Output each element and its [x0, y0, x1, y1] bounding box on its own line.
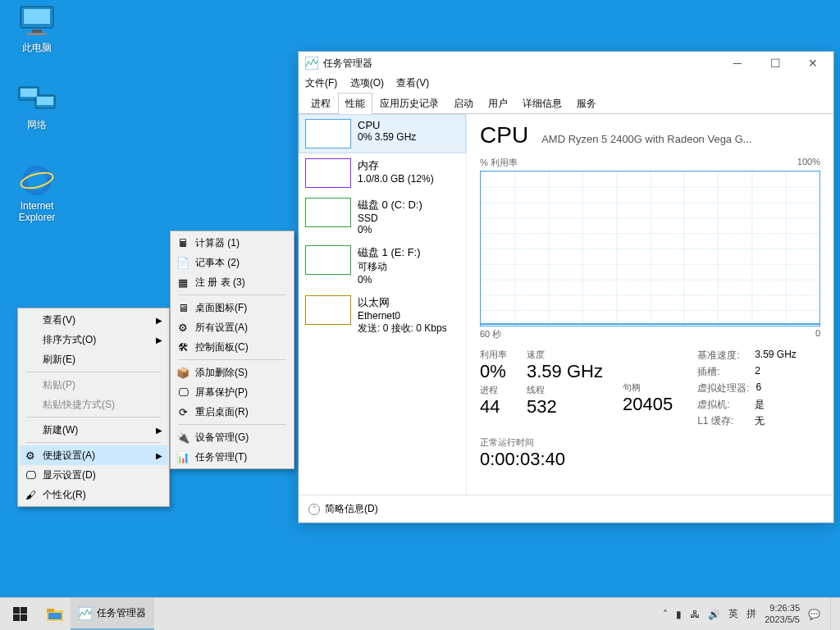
taskmgr-footer: ˄ 简略信息(D) — [299, 495, 833, 523]
desktop-icon-icon: 🖥 — [176, 300, 190, 315]
chart-ylabel: % 利用率 — [480, 157, 518, 169]
tray-volume-icon[interactable]: 🔊 — [708, 609, 720, 620]
taskbar: 任务管理器 ˄ ▮ 🖧 🔊 英 拼 9:26:35 2023/5/5 💬 — [0, 597, 840, 630]
sub-regedit[interactable]: ▦注 册 表 (3) — [172, 272, 292, 292]
menu-view[interactable]: 查看(V) — [396, 77, 429, 89]
chevron-up-icon[interactable]: ˄ — [308, 504, 320, 515]
tray-network-icon[interactable]: 🖧 — [690, 609, 700, 620]
sub-add-remove[interactable]: 📦添加删除(S) — [172, 363, 292, 382]
ime-indicator[interactable]: 英 — [728, 607, 738, 621]
svg-rect-11 — [13, 607, 20, 614]
svg-rect-7 — [37, 97, 53, 105]
menubar: 文件(F) 选项(O) 查看(V) — [299, 75, 833, 92]
chart-xright: 0 — [815, 328, 820, 340]
maximize-button[interactable]: ☐ — [756, 52, 794, 75]
minimize-button[interactable]: ─ — [719, 52, 756, 75]
stat-vcpu: 6 — [756, 381, 761, 395]
calculator-icon: 🖩 — [176, 235, 190, 250]
task-manager-window: 任务管理器 ─ ☐ ✕ 文件(F) 选项(O) 查看(V) 进程 性能 应用历史… — [298, 51, 834, 523]
start-button[interactable] — [0, 598, 39, 630]
stat-utilization: 0% — [480, 361, 507, 382]
monitor-icon: 🖵 — [23, 468, 38, 482]
ctx-quick-settings[interactable]: ⚙便捷设置(A)▶ — [20, 445, 167, 465]
device-manager-icon: 🔌 — [176, 430, 190, 445]
quick-settings-submenu: 🖩计算器 (1) 📄记事本 (2) ▦注 册 表 (3) 🖥桌面图标(F) ⚙所… — [170, 231, 294, 469]
sub-screensaver[interactable]: 🖵屏幕保护(P) — [172, 382, 292, 402]
sidebar-item-memory[interactable]: 内存1.0/8.0 GB (12%) — [299, 153, 466, 193]
desktop-context-menu: 查看(V)▶ 排序方式(O)▶ 刷新(E) 粘贴(P) 粘贴快捷方式(S) 新建… — [17, 308, 170, 507]
screensaver-icon: 🖵 — [176, 385, 190, 399]
stat-processes: 44 — [480, 396, 507, 418]
action-center-icon[interactable]: 💬 — [808, 609, 820, 620]
perf-main: CPU AMD Ryzen 5 2400G with Radeon Vega G… — [467, 114, 833, 495]
disk-thumb — [305, 198, 351, 227]
cpu-utilization-chart[interactable] — [480, 171, 820, 326]
ime-mode[interactable]: 拼 — [746, 607, 756, 621]
ethernet-thumb — [305, 295, 351, 325]
tab-startup[interactable]: 启动 — [446, 93, 481, 114]
sub-desktop-icons[interactable]: 🖥桌面图标(F) — [172, 298, 292, 317]
ctx-view[interactable]: 查看(V)▶ — [20, 310, 167, 330]
stat-base-speed: 3.59 GHz — [755, 349, 797, 363]
fewer-details-link[interactable]: 简略信息(D) — [325, 502, 378, 516]
chart-ymax: 100% — [797, 157, 820, 169]
ctx-refresh[interactable]: 刷新(E) — [20, 349, 167, 369]
window-title: 任务管理器 — [323, 57, 719, 71]
taskbar-task-manager[interactable]: 任务管理器 — [71, 598, 154, 630]
sub-control-panel[interactable]: 🛠控制面板(C) — [172, 337, 292, 357]
sidebar-item-disk1[interactable]: 磁盘 1 (E: F:)可移动0% — [299, 240, 466, 290]
stat-vm: 是 — [755, 398, 765, 412]
ie-icon — [17, 164, 57, 197]
desktop-label: 网络 — [8, 118, 66, 132]
titlebar[interactable]: 任务管理器 ─ ☐ ✕ — [299, 52, 833, 75]
svg-rect-12 — [21, 607, 27, 614]
disk-thumb — [305, 245, 351, 275]
tab-performance[interactable]: 性能 — [338, 93, 372, 114]
svg-rect-13 — [13, 614, 20, 621]
menu-options[interactable]: 选项(O) — [350, 77, 384, 89]
stat-speed: 3.59 GHz — [527, 361, 603, 382]
task-manager-icon: 📊 — [176, 450, 190, 464]
sub-calculator[interactable]: 🖩计算器 (1) — [172, 233, 292, 253]
sub-restart-desktop[interactable]: ⟳重启桌面(R) — [172, 402, 292, 422]
taskbar-explorer[interactable] — [39, 598, 71, 630]
desktop-icon-ie[interactable]: InternetExplorer — [8, 164, 66, 223]
this-pc-icon — [17, 5, 57, 38]
tabs: 进程 性能 应用历史记录 启动 用户 详细信息 服务 — [299, 92, 833, 114]
close-button[interactable]: ✕ — [794, 52, 832, 75]
sidebar-item-disk0[interactable]: 磁盘 0 (C: D:)SSD0% — [299, 193, 466, 240]
tray-battery-icon[interactable]: ▮ — [676, 609, 682, 620]
ctx-sort[interactable]: 排序方式(O)▶ — [20, 330, 167, 349]
sidebar-item-ethernet[interactable]: 以太网Ethernet0发送: 0 接收: 0 Kbps — [299, 290, 466, 340]
desktop-icon-network[interactable]: 网络 — [8, 82, 66, 132]
control-panel-icon: 🛠 — [176, 340, 190, 354]
stat-uptime: 0:00:03:40 — [480, 449, 820, 470]
menu-file[interactable]: 文件(F) — [305, 77, 337, 89]
sub-notepad[interactable]: 📄记事本 (2) — [172, 253, 292, 272]
tab-app-history[interactable]: 应用历史记录 — [372, 93, 446, 114]
show-desktop-button[interactable] — [830, 598, 840, 630]
taskbar-clock[interactable]: 9:26:35 2023/5/5 — [765, 603, 800, 624]
registry-icon: ▦ — [176, 275, 190, 290]
sub-task-manager[interactable]: 📊任务管理(T) — [172, 447, 292, 467]
tray-chevron-up-icon[interactable]: ˄ — [663, 609, 668, 620]
ctx-new[interactable]: 新建(W)▶ — [20, 420, 167, 440]
stat-threads: 532 — [527, 396, 603, 418]
cpu-thumb — [305, 119, 351, 148]
tab-services[interactable]: 服务 — [569, 93, 604, 114]
taskmgr-icon — [305, 57, 318, 70]
sub-all-settings[interactable]: ⚙所有设置(A) — [172, 317, 292, 337]
sidebar-item-cpu[interactable]: CPU0% 3.59 GHz — [299, 114, 466, 153]
memory-thumb — [305, 158, 351, 188]
sub-device-manager[interactable]: 🔌设备管理(G) — [172, 427, 292, 447]
cpu-heading: CPU — [480, 122, 528, 148]
stat-sockets: 2 — [755, 365, 760, 379]
ctx-personalize[interactable]: 🖌个性化(R) — [20, 485, 167, 504]
tab-processes[interactable]: 进程 — [304, 93, 338, 114]
svg-rect-1 — [24, 9, 50, 24]
desktop-icon-this-pc[interactable]: 此电脑 — [8, 5, 66, 55]
tab-details[interactable]: 详细信息 — [515, 93, 569, 114]
tab-users[interactable]: 用户 — [481, 93, 515, 114]
ctx-display-settings[interactable]: 🖵显示设置(D) — [20, 465, 167, 485]
svg-rect-6 — [21, 89, 37, 97]
